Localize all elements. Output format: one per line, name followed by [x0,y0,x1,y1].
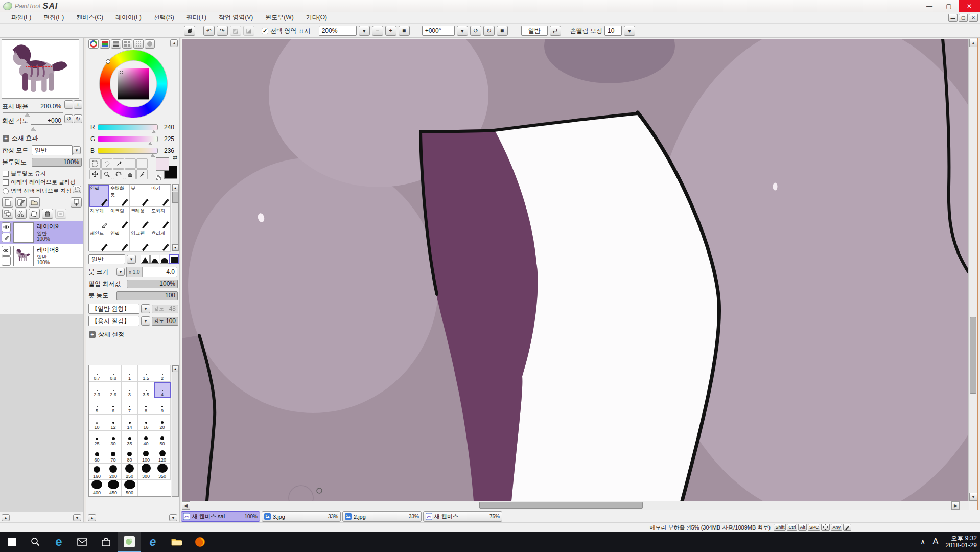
swap-colors-icon[interactable]: ⇄ [173,154,177,161]
menu-item-6[interactable]: 작업 영역(V) [213,12,259,23]
brush-tool-10[interactable]: 잉크펜 [130,229,150,252]
brush-grid-scrollbar[interactable]: ▲ ▼ [172,184,179,251]
document-tab-2[interactable]: 2.jpg33% [342,511,422,522]
minimize-button[interactable]: — [920,0,939,12]
rect-select-tool[interactable] [89,158,101,169]
brush-size-unit-dropdown[interactable]: ▾ [116,268,125,276]
nav-rotate-ccw-button[interactable]: ↺ [64,114,73,123]
mdi-minimize-button[interactable]: ▬ [948,14,958,22]
edge-shape-flatdome-button[interactable] [160,255,169,264]
color-wheel[interactable] [100,50,167,118]
blend-mode-dropdown-button[interactable]: ▾ [73,146,81,154]
layer-visibility-toggle[interactable] [2,246,11,256]
nav-zoom-in-button[interactable]: + [74,100,82,109]
selection-show-checkbox[interactable]: ✓ [262,28,268,34]
brush-size-preset-5[interactable]: 5 [89,398,105,415]
brush-size-preset-40[interactable]: 40 [138,431,154,447]
stabilizer-dropdown-button[interactable]: ▾ [624,26,635,36]
foreground-color-swatch[interactable] [156,157,169,171]
scroll-up-button[interactable]: ▲ [969,39,977,47]
rgb-slider-R[interactable] [98,124,158,130]
hand-tool[interactable] [125,169,136,179]
advanced-settings-header[interactable]: + 상세 설정 [89,330,124,339]
brush-size-preset-400[interactable]: 400 [89,480,105,496]
opacity-slider[interactable]: 100% [32,158,82,167]
brush-size-preset-450[interactable]: 450 [105,480,122,496]
menu-item-8[interactable]: 기타(O) [300,12,333,23]
redo-button[interactable]: ↷ [217,26,228,36]
brush-mode-select[interactable]: 일반 [88,254,125,264]
layer-row-9[interactable]: 레이어9 일반 100% [0,221,83,244]
transparency-swatch[interactable] [156,175,161,180]
nav-zoom-slider[interactable] [3,112,63,113]
menu-item-7[interactable]: 윈도우(W) [259,12,299,23]
brush-tool-2[interactable]: 붓 [130,185,150,207]
layer-mask-button[interactable] [55,209,66,219]
eyedropper-tool[interactable] [136,169,148,179]
taskbar-mail-button[interactable] [71,532,94,552]
edge-shape-round-button[interactable] [150,255,159,264]
layer-merge-down-button[interactable] [15,209,27,219]
rgb-slider-marker[interactable] [148,142,152,145]
new-folder-button[interactable] [29,197,40,208]
brush-size-preset-35[interactable]: 35 [122,431,138,447]
density-slider[interactable]: 100 [116,291,178,300]
brush-size-preset-200[interactable]: 200 [105,464,122,480]
close-button[interactable]: ✕ [959,0,980,12]
mdi-restore-button[interactable]: ▢ [959,14,968,22]
hsv-slider-tab-button[interactable] [111,39,121,49]
brush-size-preset-4[interactable]: 4 [154,382,171,398]
opacity-lock-checkbox[interactable] [3,171,9,177]
scrollbar-thumb[interactable] [479,502,643,509]
brush-size-preset-250[interactable]: 250 [122,464,138,480]
brush-size-preset-16[interactable]: 16 [138,415,154,431]
deselect-button[interactable]: ▨ [230,26,241,36]
scroll-left-button[interactable]: ◀ [182,501,190,510]
brush-size-preset-2.6[interactable]: 2.6 [105,382,122,398]
brush-size-field[interactable]: x 1.0 4.0 [126,267,177,277]
navigator-preview[interactable] [2,39,79,99]
brush-size-preset-0.7[interactable]: 0.7 [89,365,105,382]
document-tab-1[interactable]: 3.jpg33% [262,511,341,522]
tray-chevron[interactable]: ∧ [920,538,925,546]
paper-strength-slider[interactable]: 강도100 [152,317,178,326]
layer-clear-button[interactable] [29,209,40,219]
scroll-up-button[interactable]: ▲ [172,185,178,191]
brush-tool-8[interactable]: 페인트 [89,229,109,252]
angle-dropdown-button[interactable]: ▾ [457,26,468,36]
edge-strength-slider[interactable]: 강도48 [152,305,178,313]
layer-paint-indicator[interactable] [2,233,11,242]
stabilizer-value-field[interactable]: 10 [604,26,622,36]
layer-paint-indicator[interactable] [2,256,11,266]
menu-item-3[interactable]: 레이어(L) [109,12,148,23]
mdi-close-button[interactable]: ✕ [969,14,978,22]
nav-zoom-out-button[interactable]: − [64,100,73,109]
new-layer-button[interactable] [2,197,13,208]
paper-texture-select[interactable]: 【용지 질감】 [88,316,139,326]
undo-button[interactable]: ↶ [203,26,215,36]
min-pressure-slider[interactable]: 100% [127,280,178,288]
preset-grid-scrollbar[interactable]: ▲ [172,365,179,497]
brush-cursor-toggle-button[interactable] [184,26,195,36]
brush-size-preset-14[interactable]: 14 [122,415,138,431]
rotate-view-tool[interactable] [113,169,124,179]
vertical-scrollbar[interactable]: ▲ ▼ [968,39,977,501]
maximize-button[interactable]: ▢ [939,0,959,12]
saturation-value-square[interactable] [118,68,149,99]
swatches-tab-button[interactable] [122,39,132,49]
panel-scroll-down-button[interactable]: ▼ [169,514,177,521]
edge-shape-pointy-button[interactable] [141,255,150,264]
brush-size-preset-2.3[interactable]: 2.3 [89,382,105,398]
brush-size-preset-30[interactable]: 30 [105,431,122,447]
brush-size-preset-3[interactable]: 3 [122,382,138,398]
brush-size-preset-0.8[interactable]: 0.8 [105,365,122,382]
brush-tool-7[interactable]: 도화지 [150,207,171,229]
brush-size-preset-20[interactable]: 20 [154,415,171,431]
canvas[interactable] [182,39,969,501]
scrollbar-thumb[interactable] [970,317,976,394]
brush-size-preset-9[interactable]: 9 [154,398,171,415]
rgb-slider-marker[interactable] [151,154,155,157]
brush-size-preset-1[interactable]: 1 [122,365,138,382]
edge-shape-square-button[interactable] [170,255,179,264]
brush-mode-dropdown-button[interactable]: ▾ [127,255,136,264]
